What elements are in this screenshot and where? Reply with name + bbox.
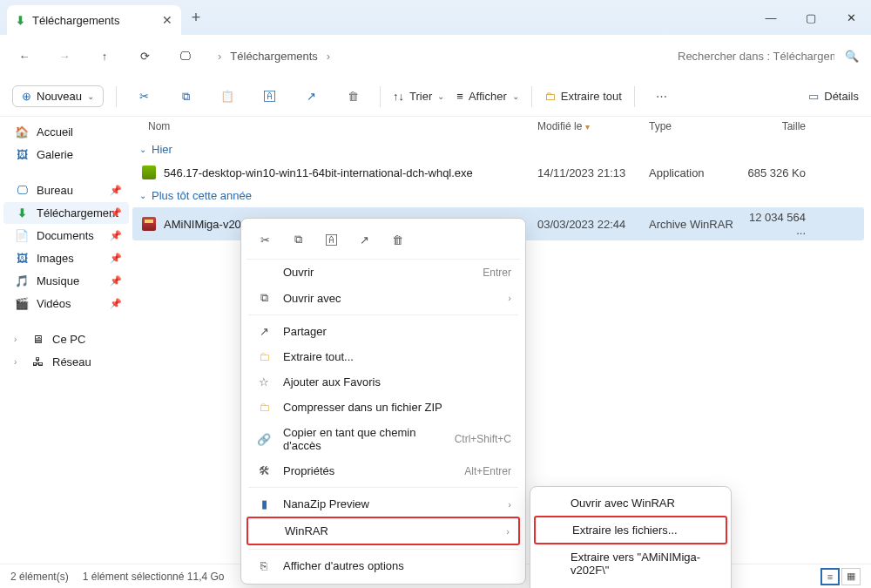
sub-extract-to[interactable]: Extraire vers "AMiNIMiga-v202F\" bbox=[534, 544, 727, 583]
separator bbox=[634, 86, 635, 107]
ctx-shortcut: Ctrl+Shift+C bbox=[455, 433, 511, 445]
sidebar-item-downloads[interactable]: ⬇ Téléchargement 📌 bbox=[3, 202, 129, 224]
details-button[interactable]: ▭ Détails bbox=[808, 90, 859, 103]
ctx-label: Extraire tout... bbox=[283, 350, 511, 363]
chevron-right-icon: › bbox=[14, 357, 23, 367]
command-toolbar: ⊕ Nouveau ⌄ ✂ ⧉ 📋 🄰 ↗ 🗑 ↑↓ Trier ⌄ ≡ Aff… bbox=[0, 77, 871, 117]
pin-icon: 📌 bbox=[110, 207, 122, 219]
sidebar-item-music[interactable]: 🎵 Musique 📌 bbox=[3, 270, 129, 292]
rename-button[interactable]: 🄰 bbox=[254, 82, 284, 112]
sidebar-item-videos[interactable]: 🎬 Vidéos 📌 bbox=[3, 293, 129, 314]
sidebar-label: Images bbox=[37, 252, 74, 265]
delete-button[interactable]: 🗑 bbox=[384, 227, 410, 252]
winrar-icon bbox=[141, 216, 157, 232]
sidebar-item-home[interactable]: 🏠 Accueil bbox=[3, 121, 129, 143]
group-label: Hier bbox=[152, 143, 172, 156]
group-yesterday[interactable]: ⌄ Hier bbox=[132, 138, 871, 161]
ctx-open[interactable]: Ouvrir Entrer bbox=[246, 260, 520, 285]
separator bbox=[248, 487, 518, 488]
share-button[interactable]: ↗ bbox=[351, 227, 377, 252]
search-icon[interactable]: 🔍 bbox=[845, 50, 859, 63]
share-button[interactable]: ↗ bbox=[296, 82, 326, 112]
ctx-label: Ouvrir bbox=[283, 266, 472, 279]
col-type[interactable]: Type bbox=[649, 120, 743, 132]
close-window-button[interactable]: ✕ bbox=[831, 0, 871, 35]
extract-all-button[interactable]: 🗀 Extraire tout bbox=[544, 90, 622, 103]
col-size[interactable]: Taille bbox=[743, 120, 821, 132]
search-box[interactable]: 🔍 bbox=[678, 50, 859, 63]
view-details-button[interactable]: ≡ bbox=[820, 568, 840, 585]
pin-icon: 📌 bbox=[110, 275, 122, 287]
view-icon: ≡ bbox=[456, 90, 463, 103]
file-row[interactable]: 546.17-desktop-win10-win11-64bit-interna… bbox=[132, 161, 871, 184]
ctx-more-options[interactable]: ⎘ Afficher d'autres options bbox=[246, 553, 520, 578]
sidebar-item-network[interactable]: › 🖧 Réseau bbox=[3, 351, 129, 373]
refresh-button[interactable]: ⟳ bbox=[132, 44, 157, 68]
ctx-winrar[interactable]: WinRAR › bbox=[246, 517, 520, 545]
sidebar-item-desktop[interactable]: 🖵 Bureau 📌 bbox=[3, 179, 129, 201]
breadcrumb[interactable]: › Téléchargements › bbox=[218, 50, 330, 63]
status-count: 2 élément(s) bbox=[10, 571, 69, 583]
desktop-icon: 🖵 bbox=[14, 184, 30, 197]
new-button[interactable]: ⊕ Nouveau ⌄ bbox=[12, 85, 104, 107]
ctx-label: Extraire vers "AMiNIMiga-v202F\" bbox=[571, 551, 719, 577]
cut-button[interactable]: ✂ bbox=[129, 82, 159, 112]
sub-extract-files[interactable]: Extraire les fichiers... bbox=[534, 516, 727, 544]
documents-icon: 📄 bbox=[14, 229, 30, 242]
search-input[interactable] bbox=[678, 50, 834, 63]
group-earlier-year[interactable]: ⌄ Plus tôt cette année bbox=[132, 184, 871, 207]
back-button[interactable]: ← bbox=[12, 44, 37, 68]
ctx-open-with[interactable]: ⧉ Ouvrir avec › bbox=[246, 285, 520, 311]
pc-icon: 🖥 bbox=[30, 333, 45, 346]
minimize-button[interactable]: — bbox=[751, 0, 791, 35]
maximize-button[interactable]: ▢ bbox=[791, 0, 831, 35]
ctx-favorites[interactable]: ☆ Ajouter aux Favoris bbox=[246, 369, 520, 395]
sidebar-item-thispc[interactable]: › 🖥 Ce PC bbox=[3, 328, 129, 350]
download-icon: ⬇ bbox=[16, 14, 25, 27]
home-icon: 🏠 bbox=[14, 125, 30, 139]
cut-button[interactable]: ✂ bbox=[252, 227, 278, 252]
more-button[interactable]: ⋯ bbox=[647, 82, 677, 112]
col-name[interactable]: Nom bbox=[132, 120, 537, 132]
sidebar-item-documents[interactable]: 📄 Documents 📌 bbox=[3, 225, 129, 247]
separator bbox=[531, 86, 532, 107]
ctx-label: Copier en tant que chemin d'accès bbox=[283, 426, 444, 452]
sidebar-label: Téléchargement bbox=[37, 206, 118, 220]
col-modified[interactable]: Modifié le ▾ bbox=[537, 120, 649, 132]
chevron-down-icon: ⌄ bbox=[512, 91, 519, 101]
ctx-label: Propriétés bbox=[283, 464, 454, 477]
tab-downloads[interactable]: ⬇ Téléchargements ✕ bbox=[7, 5, 181, 35]
ctx-compress-zip[interactable]: 🗀 Compresser dans un fichier ZIP bbox=[246, 395, 520, 420]
sidebar-item-images[interactable]: 🖼 Images 📌 bbox=[3, 247, 129, 269]
sub-open-winrar[interactable]: Ouvrir avec WinRAR bbox=[534, 490, 727, 516]
paste-button[interactable]: 📋 bbox=[213, 82, 242, 112]
ctx-extract-all[interactable]: 🗀 Extraire tout... bbox=[246, 344, 520, 369]
copy-button[interactable]: ⧉ bbox=[285, 227, 311, 252]
rename-button[interactable]: 🄰 bbox=[318, 227, 344, 252]
network-icon: 🖧 bbox=[30, 355, 45, 368]
ctx-copy-path[interactable]: 🔗 Copier en tant que chemin d'accès Ctrl… bbox=[246, 420, 520, 458]
monitor-icon[interactable]: 🖵 bbox=[172, 44, 197, 68]
ctx-share[interactable]: ↗ Partager bbox=[246, 319, 520, 344]
close-tab-icon[interactable]: ✕ bbox=[162, 13, 172, 27]
ctx-properties[interactable]: 🛠 Propriétés Alt+Entrer bbox=[246, 458, 520, 483]
chevron-down-icon: ⌄ bbox=[437, 91, 444, 101]
sort-button[interactable]: ↑↓ Trier ⌄ bbox=[393, 90, 444, 103]
extract-label: Extraire tout bbox=[561, 90, 622, 103]
details-label: Détails bbox=[824, 90, 859, 103]
sidebar-item-gallery[interactable]: 🖼 Galerie bbox=[3, 144, 129, 166]
new-tab-button[interactable]: + bbox=[181, 3, 211, 32]
sidebar-label: Bureau bbox=[37, 184, 73, 197]
up-button[interactable]: ↑ bbox=[92, 44, 117, 68]
ctx-nanazip[interactable]: ▮ NanaZip Preview › bbox=[246, 491, 520, 517]
view-icons-button[interactable]: ▦ bbox=[841, 568, 861, 585]
copy-button[interactable]: ⧉ bbox=[171, 82, 200, 112]
details-icon: ▭ bbox=[808, 90, 819, 103]
music-icon: 🎵 bbox=[14, 274, 30, 287]
ctx-label: Extraire les fichiers... bbox=[572, 524, 717, 537]
delete-button[interactable]: 🗑 bbox=[338, 82, 368, 112]
sub-extract-here[interactable]: Extraire ici bbox=[534, 583, 727, 588]
context-quick-actions: ✂ ⧉ 🄰 ↗ 🗑 bbox=[246, 224, 520, 260]
view-button[interactable]: ≡ Afficher ⌄ bbox=[456, 90, 518, 103]
forward-button[interactable]: → bbox=[52, 44, 77, 68]
